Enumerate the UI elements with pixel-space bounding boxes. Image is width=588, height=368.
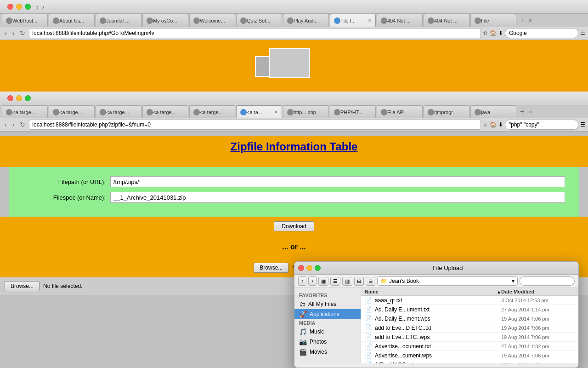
file-row[interactable]: 📄 aaaa_qt.txt 3 Oct 2014 12:53 pm (361, 296, 578, 305)
dialog-forward[interactable]: › (308, 276, 317, 286)
tab-1-10[interactable]: File (470, 14, 516, 27)
file-date: 3 Oct 2014 12:53 pm (501, 298, 575, 303)
download-button[interactable]: Download (274, 221, 314, 231)
tab-2-3[interactable]: <a targe... (142, 105, 188, 118)
location-bar[interactable]: 📁 Jean's Book ▾ (377, 276, 518, 286)
forward-nav-2[interactable]: › (11, 120, 17, 129)
home-icon-1[interactable]: 🏠 (490, 30, 497, 36)
refresh-nav-2[interactable]: ↻ (18, 120, 27, 129)
tab-1-4[interactable]: Welcome... (189, 14, 235, 27)
tab-1-0[interactable]: WebHost... (2, 14, 48, 27)
file-row[interactable]: 📄 Advertise...cument.wps 19 Aug 2014 7:0… (361, 351, 578, 360)
file-row[interactable]: 📄 AIR – HACC.txt 27 Aug 2014 1:32 pm (361, 360, 578, 363)
filespec-input[interactable] (110, 192, 565, 203)
top-orange-area (0, 40, 588, 91)
view-icon[interactable]: ▦ (318, 277, 328, 286)
new-tab-button-2[interactable]: + (517, 108, 527, 116)
minimize-button-1[interactable] (16, 4, 22, 10)
browse-button-1[interactable]: Browse... (254, 263, 288, 273)
tab-1-3[interactable]: My osCo... (142, 14, 188, 27)
tab-2-10[interactable]: java (470, 105, 516, 118)
file-row[interactable]: 📄 add to Eve...D ETC..txt 19 Aug 2014 7:… (361, 323, 578, 333)
file-rows-container: 📄 aaaa_qt.txt 3 Oct 2014 12:53 pm 📄 Ad. … (361, 296, 578, 363)
filespec-row: Filespec (or Name): (23, 192, 565, 203)
dialog-back[interactable]: ‹ (298, 276, 306, 286)
back-nav-1[interactable]: ‹ (3, 29, 9, 38)
download-icon-1[interactable]: ⬇ (498, 30, 503, 36)
tab-2-7[interactable]: PHP/HT... (330, 105, 376, 118)
tab-2-4[interactable]: <a targe... (189, 105, 235, 118)
refresh-nav-1[interactable]: ↻ (18, 29, 27, 38)
tab-2-1[interactable]: <a targe... (49, 105, 95, 118)
close-button-2[interactable] (7, 95, 13, 101)
tab-2-5[interactable]: <a ta... ✕ (236, 105, 282, 118)
forward-nav-1[interactable]: › (11, 29, 17, 38)
dialog-minimize[interactable] (306, 265, 312, 271)
tab-icon (6, 109, 12, 115)
file-row[interactable]: 📄 add to Eve...ETC..wps 19 Aug 2014 7:06… (361, 333, 578, 342)
file-row[interactable]: 📄 Ad. Daily E...ument.txt 27 Aug 2014 1:… (361, 305, 578, 314)
sidebar-item-photos[interactable]: 📷 Photos (294, 337, 361, 347)
menu-icon-2[interactable]: ☰ (580, 121, 585, 128)
dialog-close[interactable] (298, 265, 304, 271)
file-row[interactable]: 📄 Advertise...ocument.txt 27 Aug 2014 1:… (361, 342, 578, 351)
filepath-input[interactable] (110, 176, 565, 187)
tab-1-1[interactable]: About Us... (49, 14, 95, 27)
tab-2-8[interactable]: File API (377, 105, 423, 118)
tab-close-7[interactable]: ✕ (368, 18, 372, 23)
url-bar-2[interactable] (29, 120, 481, 130)
view-list[interactable]: ☰ (330, 277, 340, 286)
page-title: Zipfile Information Table (231, 140, 358, 153)
dialog-maximize[interactable] (315, 265, 321, 271)
minimize-button-2[interactable] (16, 95, 22, 101)
filespec-label: Filespec (or Name): (23, 194, 106, 201)
tab-1-8[interactable]: 404 Not ... (377, 14, 423, 27)
col-header-date[interactable]: Date Modified (501, 289, 575, 294)
tab-2-0[interactable]: <a targe... (2, 105, 48, 118)
tab-2-2[interactable]: <a targe... (96, 105, 141, 118)
back-nav-2[interactable]: ‹ (3, 120, 9, 129)
home-icon-2[interactable]: 🏠 (490, 121, 497, 128)
bookmark-icon-1[interactable]: ☆ (483, 30, 488, 36)
tab-icon (381, 17, 387, 24)
location-dropdown[interactable]: ▾ (512, 278, 514, 284)
dialog-title: File Upload (321, 264, 575, 271)
tab-1-7[interactable]: File I... ✕ (330, 14, 376, 27)
file-name: Ad. Daily E...ument.txt (375, 306, 501, 313)
tab-icon (287, 17, 294, 24)
forward-button-1[interactable]: › (40, 2, 46, 12)
menu-icon-1[interactable]: ☰ (580, 30, 585, 36)
maximize-button-1[interactable] (25, 4, 31, 10)
dialog-search-input[interactable] (520, 276, 575, 286)
close-button-1[interactable] (7, 4, 13, 10)
tab-1-6[interactable]: Play Audi... (283, 14, 329, 27)
search-bar-2[interactable] (505, 120, 578, 130)
browse-button-2[interactable]: Browse... (5, 281, 40, 291)
view-cover[interactable]: ⊞ (354, 277, 364, 286)
file-icon: 📄 (365, 343, 372, 350)
maximize-button-2[interactable] (25, 95, 31, 101)
tab-2-9[interactable]: rjmprogr... (424, 105, 469, 118)
sidebar-item-applications[interactable]: 🚀 Applications (294, 309, 361, 319)
tab-1-2[interactable]: Joomla! ... (96, 14, 141, 27)
tab-1-5[interactable]: Quiz Sof... (236, 14, 282, 27)
sidebar-item-all-my-files[interactable]: 🗂 All My Files (294, 299, 361, 309)
firefox-window-1: ‹ › WebHost... About Us... Joomla! ... M… (0, 0, 588, 101)
col-header-name[interactable]: Name (365, 289, 497, 294)
tab-overflow-button-2[interactable]: » (527, 109, 534, 115)
file-row[interactable]: 📄 Ad. Daily E...ment.wps 19 Aug 2014 7:0… (361, 314, 578, 323)
tab-close-2-5[interactable]: ✕ (274, 109, 278, 115)
view-col[interactable]: ▥ (342, 277, 352, 286)
view-coverflow[interactable]: ⊟ (366, 277, 375, 286)
bookmark-icon-2[interactable]: ☆ (483, 121, 488, 128)
search-bar-1[interactable] (505, 28, 578, 38)
sidebar-item-music[interactable]: 🎵 Music (294, 327, 361, 337)
url-bar-1[interactable] (29, 28, 481, 38)
tab-2-6[interactable]: http....php (283, 105, 329, 118)
tab-1-9[interactable]: 404 Not ... (424, 14, 469, 27)
tab-overflow-button-1[interactable]: » (527, 17, 534, 23)
download-icon-2[interactable]: ⬇ (498, 121, 503, 128)
new-tab-button-1[interactable]: + (517, 16, 527, 24)
sidebar-item-movies[interactable]: 🎬 Movies (294, 347, 361, 357)
back-button-1[interactable]: ‹ (34, 2, 40, 12)
